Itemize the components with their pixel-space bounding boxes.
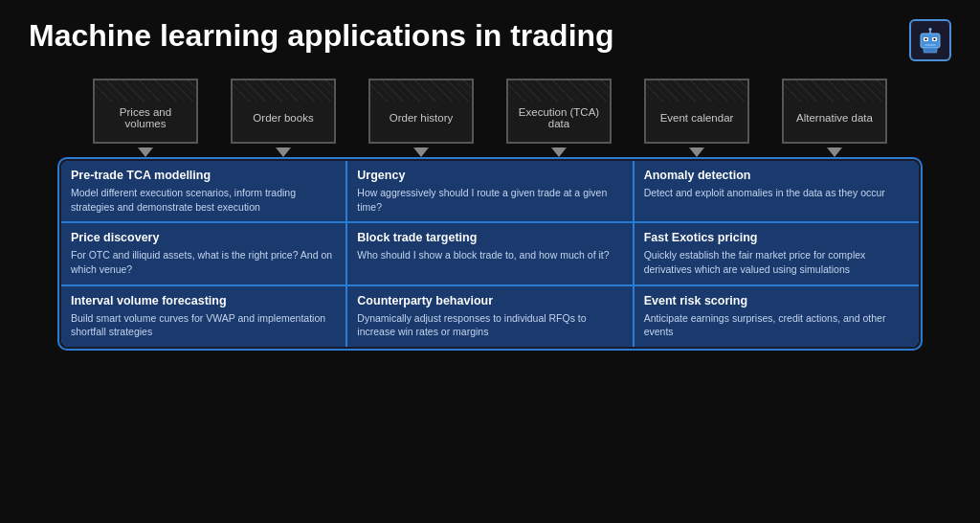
- cell-price-discovery-body: For OTC and illiquid assets, what is the…: [71, 248, 336, 276]
- cell-block-trade-title: Block trade targeting: [357, 231, 622, 244]
- cell-block-trade-body: Who should I show a block trade to, and …: [357, 248, 622, 262]
- cell-fast-exotics: Fast Exotics pricing Quickly establish t…: [635, 223, 919, 284]
- cell-urgency-title: Urgency: [357, 169, 622, 182]
- source-execution: Execution (TCA) data: [495, 79, 623, 157]
- source-order-history: Order history: [357, 79, 485, 157]
- cell-interval-volume: Interval volume forecasting Build smart …: [61, 286, 345, 347]
- source-event: Event calendar: [633, 79, 761, 157]
- cell-fast-exotics-title: Fast Exotics pricing: [644, 231, 909, 244]
- cell-price-discovery-title: Price discovery: [71, 231, 336, 244]
- data-box-order-books: Order books: [231, 79, 336, 144]
- svg-rect-4: [934, 38, 936, 40]
- cell-fast-exotics-body: Quickly establish the fair market price …: [644, 248, 909, 276]
- data-box-event: Event calendar: [644, 79, 749, 144]
- cell-urgency: Urgency How aggressively should I route …: [347, 161, 632, 221]
- cell-block-trade: Block trade targeting Who should I show …: [347, 223, 632, 284]
- main-grid-wrapper: Pre-trade TCA modelling Model different …: [57, 157, 923, 351]
- data-box-prices: Prices and volumes: [93, 79, 198, 144]
- svg-rect-8: [924, 48, 937, 53]
- cell-anomaly: Anomaly detection Detect and exploit ano…: [635, 161, 919, 221]
- alternative-label: Alternative data: [796, 112, 873, 124]
- source-prices: Prices and volumes: [81, 79, 210, 157]
- data-box-execution: Execution (TCA) data: [506, 79, 612, 144]
- order-books-label: Order books: [253, 112, 313, 124]
- arrow-order-books: [276, 148, 291, 157]
- svg-rect-3: [925, 38, 927, 40]
- cell-pre-trade-title: Pre-trade TCA modelling: [71, 169, 336, 182]
- main-grid: Pre-trade TCA modelling Model different …: [61, 161, 919, 347]
- arrow-order-history: [413, 148, 429, 157]
- source-order-books: Order books: [219, 79, 347, 157]
- cell-pre-trade-body: Model different execution scenarios, inf…: [71, 186, 336, 214]
- source-alternative: Alternative data: [770, 79, 899, 157]
- arrow-execution: [551, 148, 567, 157]
- event-label: Event calendar: [660, 112, 734, 124]
- cell-counterparty-body: Dynamically adjust responses to individu…: [357, 311, 622, 339]
- execution-label: Execution (TCA) data: [514, 106, 604, 129]
- cell-event-risk: Event risk scoring Anticipate earnings s…: [635, 286, 919, 347]
- header: Machine learning applications in trading: [29, 19, 951, 61]
- svg-point-6: [929, 28, 932, 31]
- cell-interval-volume-title: Interval volume forecasting: [71, 294, 336, 307]
- cell-pre-trade: Pre-trade TCA modelling Model different …: [61, 161, 345, 221]
- cell-urgency-body: How aggressively should I route a given …: [357, 186, 622, 214]
- cell-anomaly-title: Anomaly detection: [644, 169, 909, 182]
- page-title: Machine learning applications in trading: [29, 19, 614, 53]
- cell-counterparty-title: Counterparty behaviour: [357, 294, 622, 307]
- cell-anomaly-body: Detect and exploit anomalies in the data…: [644, 186, 909, 200]
- prices-label: Prices and volumes: [100, 106, 190, 129]
- data-box-order-history: Order history: [368, 79, 474, 144]
- svg-rect-7: [924, 44, 936, 46]
- page: Machine learning applications in trading: [0, 0, 980, 523]
- data-box-alternative: Alternative data: [782, 79, 887, 144]
- arrow-prices: [138, 148, 153, 157]
- cell-event-risk-body: Anticipate earnings surprises, credit ac…: [644, 311, 909, 339]
- arrow-event: [689, 148, 704, 157]
- cell-price-discovery: Price discovery For OTC and illiquid ass…: [61, 223, 345, 284]
- cell-event-risk-title: Event risk scoring: [644, 294, 909, 307]
- order-history-label: Order history: [390, 112, 453, 124]
- data-sources-row: Prices and volumes Order books Order his…: [29, 79, 951, 157]
- cell-interval-volume-body: Build smart volume curves for VWAP and i…: [71, 311, 336, 339]
- robot-icon: [909, 19, 951, 61]
- cell-counterparty: Counterparty behaviour Dynamically adjus…: [347, 286, 632, 347]
- arrow-alternative: [827, 148, 842, 157]
